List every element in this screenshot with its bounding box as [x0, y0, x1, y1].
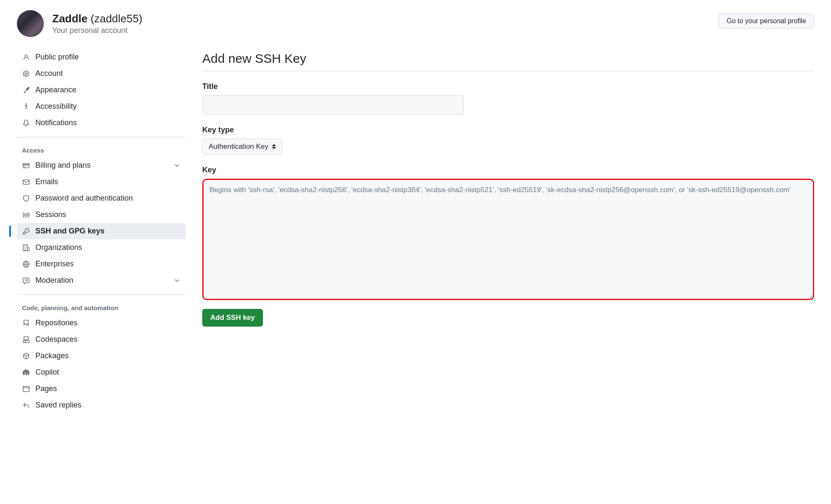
- key-icon: [22, 227, 30, 236]
- title-label: Title: [202, 82, 814, 91]
- browser-icon: [22, 385, 30, 393]
- sidebar-item-label: Notifications: [35, 118, 180, 127]
- nav-group-code: Code, planning, and automation: [17, 301, 185, 315]
- username: (zaddle55): [91, 12, 142, 25]
- settings-sidebar: Public profile Account Appearance Access…: [17, 49, 185, 413]
- form-group-key: Key: [202, 166, 814, 301]
- sidebar-item-accessibility[interactable]: Accessibility: [17, 98, 185, 115]
- nav-divider: [17, 295, 185, 295]
- profile-title: Zaddle (zaddle55): [52, 12, 142, 25]
- sidebar-item-account[interactable]: Account: [17, 65, 185, 82]
- sidebar-item-repositories[interactable]: Repositories: [17, 315, 185, 331]
- sidebar-item-packages[interactable]: Packages: [17, 348, 185, 364]
- sidebar-item-moderation[interactable]: Moderation: [17, 272, 185, 289]
- go-to-profile-button[interactable]: Go to your personal profile: [718, 13, 814, 29]
- codespaces-icon: [22, 335, 30, 344]
- credit-card-icon: [22, 161, 30, 170]
- chevron-down-icon: [174, 277, 180, 284]
- page-header: Zaddle (zaddle55) Your personal account …: [17, 10, 814, 37]
- add-ssh-key-button[interactable]: Add SSH key: [202, 309, 263, 327]
- sidebar-item-emails[interactable]: Emails: [17, 174, 185, 190]
- sidebar-item-public-profile[interactable]: Public profile: [17, 49, 185, 65]
- accessibility-icon: [22, 102, 30, 111]
- bell-icon: [22, 119, 30, 127]
- sidebar-item-label: Repositories: [35, 319, 180, 327]
- globe-icon: [22, 260, 30, 268]
- person-icon: [22, 53, 30, 62]
- shield-icon: [22, 194, 30, 203]
- sidebar-item-sessions[interactable]: Sessions: [17, 206, 185, 223]
- sidebar-item-label: Packages: [35, 351, 180, 360]
- gear-icon: [22, 70, 30, 78]
- sidebar-item-label: Password and authentication: [35, 194, 180, 203]
- keytype-selected-value: Authentication Key: [209, 142, 268, 151]
- nav-divider: [17, 137, 185, 137]
- sidebar-item-label: Moderation: [35, 276, 169, 285]
- sidebar-item-password[interactable]: Password and authentication: [17, 190, 185, 206]
- repo-icon: [22, 319, 30, 327]
- mail-icon: [22, 178, 30, 186]
- sidebar-item-notifications[interactable]: Notifications: [17, 115, 185, 131]
- form-group-keytype: Key type Authentication Key: [202, 126, 814, 155]
- sidebar-item-label: SSH and GPG keys: [35, 227, 180, 236]
- sidebar-item-appearance[interactable]: Appearance: [17, 82, 185, 98]
- report-icon: [22, 276, 30, 285]
- brush-icon: [22, 86, 30, 94]
- page-title: Add new SSH Key: [202, 51, 814, 71]
- keytype-select[interactable]: Authentication Key: [202, 139, 282, 155]
- sidebar-item-organizations[interactable]: Organizations: [17, 239, 185, 256]
- org-icon: [22, 244, 30, 252]
- display-name: Zaddle: [52, 12, 88, 25]
- sidebar-item-label: Copilot: [35, 368, 180, 377]
- sidebar-item-label: Billing and plans: [35, 161, 169, 170]
- title-input[interactable]: [202, 95, 464, 115]
- keytype-label: Key type: [202, 126, 814, 134]
- sidebar-item-pages[interactable]: Pages: [17, 381, 185, 397]
- sidebar-item-enterprises[interactable]: Enterprises: [17, 256, 185, 272]
- chevron-down-icon: [174, 162, 180, 169]
- sidebar-item-label: Codespaces: [35, 335, 180, 344]
- profile-subtitle: Your personal account: [52, 26, 142, 35]
- sidebar-item-label: Saved replies: [35, 401, 180, 410]
- key-label: Key: [202, 166, 814, 174]
- sidebar-item-label: Accessibility: [35, 102, 180, 111]
- sidebar-item-label: Account: [35, 69, 180, 78]
- broadcast-icon: [22, 211, 30, 219]
- sidebar-item-billing[interactable]: Billing and plans: [17, 157, 185, 174]
- avatar[interactable]: [17, 10, 44, 37]
- select-caret-icon: [272, 144, 276, 149]
- reply-icon: [22, 401, 30, 410]
- form-group-title: Title: [202, 82, 814, 115]
- sidebar-item-label: Sessions: [35, 210, 180, 219]
- sidebar-item-label: Public profile: [35, 53, 180, 62]
- sidebar-item-saved-replies[interactable]: Saved replies: [17, 397, 185, 413]
- sidebar-item-ssh-keys[interactable]: SSH and GPG keys: [17, 223, 185, 239]
- sidebar-item-label: Pages: [35, 384, 180, 393]
- sidebar-item-label: Enterprises: [35, 260, 180, 268]
- package-icon: [22, 352, 30, 360]
- sidebar-item-label: Emails: [35, 177, 180, 186]
- sidebar-item-label: Appearance: [35, 86, 180, 94]
- sidebar-item-label: Organizations: [35, 243, 180, 252]
- key-textarea[interactable]: [202, 179, 814, 300]
- main-content: Add new SSH Key Title Key type Authentic…: [202, 49, 814, 413]
- copilot-icon: [22, 368, 30, 377]
- sidebar-item-codespaces[interactable]: Codespaces: [17, 331, 185, 348]
- sidebar-item-copilot[interactable]: Copilot: [17, 364, 185, 381]
- nav-group-access: Access: [17, 143, 185, 157]
